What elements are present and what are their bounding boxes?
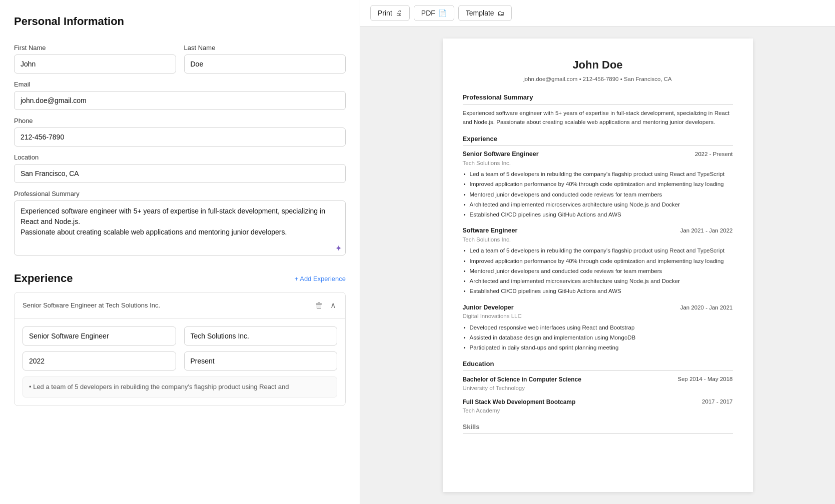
resume-summary-title: Professional Summary	[463, 92, 733, 104]
summary-label: Professional Summary	[14, 190, 346, 198]
resume-exp-bullets-1: Led a team of 5 developers in rebuilding…	[463, 246, 733, 296]
resume-exp-date-2: Jan 2020 - Jan 2021	[680, 304, 733, 312]
pdf-button[interactable]: PDF 📄	[414, 5, 454, 21]
bullet: Established CI/CD pipelines using GitHub…	[463, 287, 733, 296]
template-label: Template	[466, 9, 494, 17]
resume-education-title: Education	[463, 359, 733, 371]
experience-section-title: Experience	[14, 272, 73, 285]
personal-info-title: Personal Information	[14, 15, 346, 28]
last-name-group: Last Name	[184, 37, 346, 74]
experience-card-title-0: Senior Software Engineer at Tech Solutio…	[23, 302, 160, 309]
phone-label: Phone	[14, 117, 346, 124]
resume-exp-role-2: Junior Developer	[463, 303, 514, 312]
left-panel: Personal Information First Name Last Nam…	[0, 0, 360, 504]
resume-name: John Doe	[463, 56, 733, 73]
first-name-label: First Name	[14, 44, 176, 52]
email-input[interactable]	[14, 91, 346, 110]
exp-start-date-input-0[interactable]	[23, 352, 176, 370]
summary-textarea[interactable]: Experienced software engineer with 5+ ye…	[14, 200, 346, 256]
template-icon: 🗂	[497, 9, 504, 17]
summary-wrapper: Experienced software engineer with 5+ ye…	[14, 200, 346, 257]
resume-edu-header-0: Bachelor of Science in Computer Science …	[463, 375, 733, 384]
bullet: Mentored junior developers and conducted…	[463, 190, 733, 199]
exp-company-input-0[interactable]	[184, 326, 338, 346]
phone-input[interactable]	[14, 128, 346, 146]
experience-card-actions-0: 🗑 ∧	[314, 300, 337, 311]
resume-exp-header-1: Software Engineer Jan 2021 - Jan 2022	[463, 226, 733, 236]
resume-exp-company-2: Digital Innovations LLC	[463, 312, 733, 320]
bullet: Architected and implemented microservice…	[463, 200, 733, 209]
resume-exp-company-1: Tech Solutions Inc.	[463, 236, 733, 244]
bullet: Architected and implemented microservice…	[463, 277, 733, 286]
bullet: Developed responsive web interfaces usin…	[463, 324, 733, 332]
resume-edu-date-1: 2017 - 2017	[702, 398, 732, 406]
experience-card-0: Senior Software Engineer at Tech Solutio…	[14, 292, 346, 406]
resume-exp-date-0: 2022 - Present	[695, 150, 732, 158]
resume-exp-bullets-2: Developed responsive web interfaces usin…	[463, 324, 733, 352]
exp-dates-row	[23, 352, 337, 370]
add-experience-button[interactable]: + Add Experience	[295, 275, 346, 282]
resume-exp-header-0: Senior Software Engineer 2022 - Present	[463, 150, 733, 159]
resume-edu-school-0: University of Technology	[463, 384, 733, 392]
pdf-icon: 📄	[438, 9, 447, 17]
resume-edu-item-0: Bachelor of Science in Computer Science …	[463, 375, 733, 392]
print-button[interactable]: Print 🖨	[370, 5, 410, 21]
exp-role-company-row	[23, 326, 337, 346]
bullet: Assisted in database design and implemen…	[463, 334, 733, 342]
resume-exp-date-1: Jan 2021 - Jan 2022	[680, 226, 733, 235]
resume-contact: john.doe@gmail.com • 212-456-7890 • San …	[463, 75, 733, 84]
bullet: Mentored junior developers and conducted…	[463, 267, 733, 276]
print-icon: 🖨	[395, 9, 402, 17]
resume-edu-date-0: Sep 2014 - May 2018	[678, 375, 733, 384]
location-input[interactable]	[14, 164, 346, 183]
name-row: First Name Last Name	[14, 37, 346, 74]
bullet: Participated in daily stand-ups and spri…	[463, 344, 733, 352]
exp-end-date-input-0[interactable]	[184, 352, 338, 370]
bullet: Improved application performance by 40% …	[463, 257, 733, 266]
resume-exp-item-0: Senior Software Engineer 2022 - Present …	[463, 150, 733, 219]
bullet: Led a team of 5 developers in rebuilding…	[463, 246, 733, 255]
last-name-input[interactable]	[184, 54, 346, 74]
template-button[interactable]: Template 🗂	[458, 5, 512, 21]
bullet: Established CI/CD pipelines using GitHub…	[463, 210, 733, 219]
resume-edu-item-1: Full Stack Web Development Bootcamp 2017…	[463, 398, 733, 415]
resume-exp-company-0: Tech Solutions Inc.	[463, 159, 733, 168]
resume-exp-item-1: Software Engineer Jan 2021 - Jan 2022 Te…	[463, 226, 733, 296]
bullet: Led a team of 5 developers in rebuilding…	[463, 170, 733, 178]
resume-exp-item-2: Junior Developer Jan 2020 - Jan 2021 Dig…	[463, 303, 733, 352]
exp-role-input-0[interactable]	[23, 326, 176, 346]
experience-card-header-0: Senior Software Engineer at Tech Solutio…	[15, 292, 345, 318]
resume-edu-degree-0: Bachelor of Science in Computer Science	[463, 375, 581, 384]
experience-card-body-0: • Led a team of 5 developers in rebuildi…	[15, 318, 345, 406]
resume-edu-school-1: Tech Academy	[463, 406, 733, 415]
first-name-group: First Name	[14, 37, 176, 74]
collapse-experience-button-0[interactable]: ∧	[329, 300, 337, 311]
resume-edu-header-1: Full Stack Web Development Bootcamp 2017…	[463, 398, 733, 406]
resume-skills-title: Skills	[463, 422, 733, 434]
resume-paper: John Doe john.doe@gmail.com • 212-456-78…	[443, 38, 753, 492]
delete-experience-button-0[interactable]: 🗑	[314, 300, 324, 311]
experience-header: Experience + Add Experience	[14, 272, 346, 285]
resume-summary-text: Experienced software engineer with 5+ ye…	[463, 108, 733, 127]
toolbar: Print 🖨 PDF 📄 Template 🗂	[360, 0, 835, 26]
first-name-input[interactable]	[14, 54, 176, 74]
right-panel: Print 🖨 PDF 📄 Template 🗂 John Doe john.d…	[360, 0, 835, 504]
last-name-label: Last Name	[184, 44, 346, 52]
resume-exp-bullets-0: Led a team of 5 developers in rebuilding…	[463, 170, 733, 219]
resume-experience-title: Experience	[463, 134, 733, 146]
resume-exp-role-0: Senior Software Engineer	[463, 150, 539, 159]
pdf-label: PDF	[421, 9, 435, 17]
ai-sparkle-icon[interactable]: ✦	[335, 244, 342, 253]
resume-edu-degree-1: Full Stack Web Development Bootcamp	[463, 398, 576, 406]
resume-exp-role-1: Software Engineer	[463, 226, 518, 236]
email-label: Email	[14, 80, 346, 88]
resume-container: John Doe john.doe@gmail.com • 212-456-78…	[360, 26, 835, 504]
location-label: Location	[14, 154, 346, 161]
exp-bullets-preview-0: • Led a team of 5 developers in rebuildi…	[23, 376, 337, 398]
print-label: Print	[378, 9, 392, 17]
resume-exp-header-2: Junior Developer Jan 2020 - Jan 2021	[463, 303, 733, 312]
bullet: Improved application performance by 40% …	[463, 180, 733, 188]
